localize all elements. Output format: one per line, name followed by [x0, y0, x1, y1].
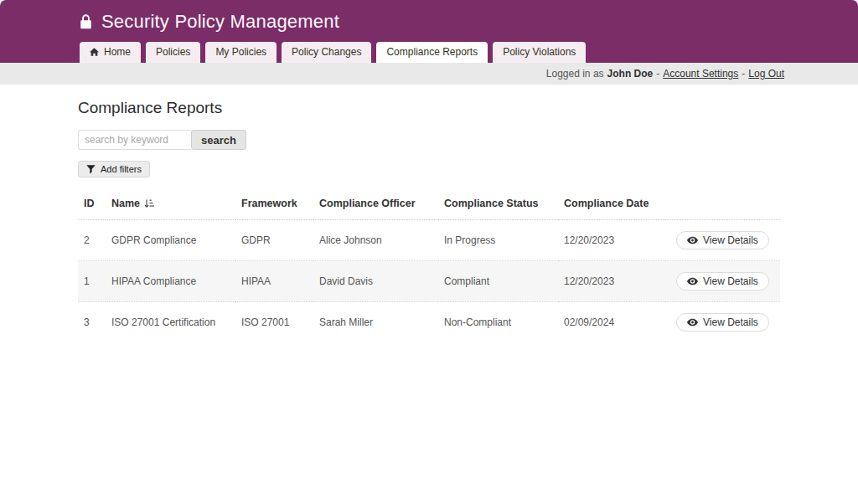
- tab-label: Policy Violations: [503, 46, 576, 58]
- add-filters-button[interactable]: Add filters: [78, 161, 150, 177]
- logged-in-prefix: Logged in as: [546, 68, 604, 80]
- tab-label: Compliance Reports: [386, 46, 478, 58]
- cell-name: ISO 27001 Certification: [106, 302, 235, 343]
- tab-label: Policy Changes: [292, 46, 361, 58]
- col-header-name[interactable]: Name: [106, 189, 235, 220]
- tab-label: Home: [104, 46, 131, 58]
- view-details-label: View Details: [703, 316, 758, 328]
- cell-framework: HIPAA: [235, 261, 313, 302]
- page-title: Compliance Reports: [78, 99, 780, 117]
- cell-date: 12/20/2023: [558, 261, 665, 302]
- log-out-link[interactable]: Log Out: [748, 68, 784, 80]
- table-header-row: IDNameFrameworkCompliance OfficerComplia…: [78, 189, 780, 220]
- cell-id: 3: [78, 302, 106, 343]
- cell-officer: David Davis: [313, 261, 438, 302]
- eye-icon: [687, 318, 698, 327]
- cell-date: 12/20/2023: [558, 220, 665, 261]
- col-header-label: ID: [84, 198, 95, 209]
- cell-name: GDPR Compliance: [106, 220, 235, 261]
- view-details-label: View Details: [703, 275, 758, 287]
- col-header-label: Name: [111, 198, 140, 209]
- col-header-compliance-status: Compliance Status: [438, 189, 558, 220]
- col-header-label: Compliance Date: [564, 198, 649, 209]
- col-header-label: Framework: [241, 198, 297, 209]
- tab-label: Policies: [156, 46, 190, 58]
- table-row: 3ISO 27001 CertificationISO 27001Sarah M…: [78, 302, 780, 343]
- account-settings-link[interactable]: Account Settings: [663, 68, 738, 80]
- cell-officer: Sarah Miller: [313, 302, 438, 343]
- col-header-label: Compliance Status: [444, 198, 539, 209]
- cell-status: In Progress: [438, 220, 558, 261]
- col-header-compliance-date: Compliance Date: [558, 189, 665, 220]
- tab-compliance-reports[interactable]: Compliance Reports: [376, 42, 488, 63]
- col-header-label: Compliance Officer: [319, 198, 416, 209]
- table-row: 1HIPAA ComplianceHIPAADavid DavisComplia…: [78, 261, 780, 302]
- cell-date: 02/09/2024: [558, 302, 665, 343]
- user-bar: Logged in as John Doe - Account Settings…: [0, 63, 858, 85]
- compliance-table: IDNameFrameworkCompliance OfficerComplia…: [78, 189, 780, 342]
- title-row: Security Policy Management: [0, 0, 858, 33]
- table-body: 2GDPR ComplianceGDPRAlice JohnsonIn Prog…: [78, 220, 780, 343]
- view-details-button[interactable]: View Details: [676, 272, 769, 291]
- tab-policy-violations[interactable]: Policy Violations: [493, 42, 586, 63]
- add-filters-label: Add filters: [101, 164, 142, 174]
- cell-id: 1: [78, 261, 106, 302]
- username: John Doe: [607, 68, 654, 80]
- cell-status: Non-Compliant: [438, 302, 558, 343]
- cell-name: HIPAA Compliance: [106, 261, 235, 302]
- col-header-actions: [665, 189, 780, 220]
- search-button[interactable]: search: [191, 130, 246, 150]
- app-header: Security Policy Management HomePoliciesM…: [0, 0, 858, 63]
- tab-my-policies[interactable]: My Policies: [205, 42, 277, 63]
- table-row: 2GDPR ComplianceGDPRAlice JohnsonIn Prog…: [78, 220, 780, 261]
- view-details-button[interactable]: View Details: [676, 313, 769, 332]
- lock-icon: [80, 14, 92, 29]
- home-icon: [90, 48, 99, 56]
- search-row: search: [78, 130, 780, 150]
- col-header-compliance-officer: Compliance Officer: [313, 189, 438, 220]
- view-details-label: View Details: [703, 234, 758, 246]
- cell-actions: View Details: [665, 220, 780, 261]
- cell-id: 2: [78, 220, 106, 261]
- search-input[interactable]: [78, 130, 191, 150]
- app-title: Security Policy Management: [101, 11, 339, 33]
- cell-actions: View Details: [665, 261, 780, 302]
- col-header-framework: Framework: [235, 189, 313, 220]
- separator: -: [742, 68, 745, 80]
- view-details-button[interactable]: View Details: [676, 231, 769, 249]
- tab-home[interactable]: Home: [80, 42, 141, 63]
- cell-actions: View Details: [665, 302, 780, 343]
- eye-icon: [687, 236, 698, 244]
- tab-bar: HomePoliciesMy PoliciesPolicy ChangesCom…: [80, 42, 586, 63]
- cell-status: Compliant: [438, 261, 558, 302]
- cell-framework: ISO 27001: [235, 302, 313, 343]
- sort-amount-icon[interactable]: [144, 198, 155, 208]
- table-header: IDNameFrameworkCompliance OfficerComplia…: [78, 189, 780, 220]
- main-content: Compliance Reports search Add filters ID…: [0, 85, 858, 342]
- funnel-icon: [86, 165, 96, 174]
- col-header-id: ID: [78, 189, 106, 220]
- tab-label: My Policies: [215, 46, 266, 58]
- cell-officer: Alice Johnson: [313, 220, 438, 261]
- separator: -: [656, 68, 659, 80]
- tab-policy-changes[interactable]: Policy Changes: [282, 42, 371, 63]
- cell-framework: GDPR: [235, 220, 313, 261]
- tab-policies[interactable]: Policies: [146, 42, 200, 63]
- eye-icon: [687, 277, 698, 285]
